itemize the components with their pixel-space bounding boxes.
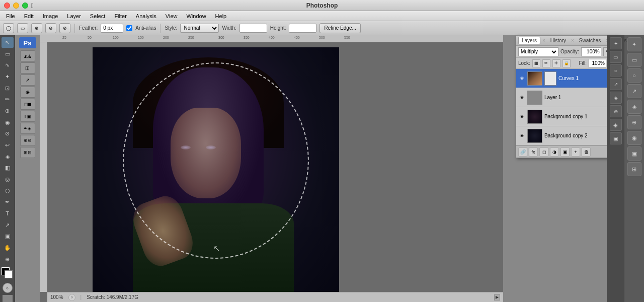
- close-button[interactable]: [4, 3, 10, 9]
- refine-edge-button[interactable]: Refine Edge...: [319, 23, 360, 33]
- panel-tool-8[interactable]: ▣: [610, 132, 622, 144]
- new-layer-btn[interactable]: +: [571, 147, 580, 157]
- eyedropper-btn[interactable]: ✏: [2, 94, 14, 105]
- panel-tool-5[interactable]: ◈: [610, 92, 622, 104]
- layer-fx-btn[interactable]: fx: [529, 147, 538, 157]
- lock-all-btn[interactable]: 🔒: [562, 59, 571, 67]
- fill-input[interactable]: [589, 59, 606, 68]
- screen-mode-btn[interactable]: [3, 295, 13, 302]
- panel-tool-2[interactable]: ▭: [610, 51, 622, 63]
- path-sel-btn[interactable]: ↗: [2, 220, 14, 231]
- crop-btn[interactable]: ⊡: [2, 83, 14, 94]
- eraser-btn[interactable]: ◈: [2, 152, 14, 162]
- adjustment-btn[interactable]: ◑: [550, 147, 559, 157]
- layer-row-bg-copy2[interactable]: 👁 Background copy 2: [516, 126, 618, 145]
- width-input[interactable]: [239, 24, 267, 33]
- menu-edit[interactable]: Edit: [20, 13, 38, 20]
- blur-btn[interactable]: ◎: [2, 174, 14, 185]
- menu-image[interactable]: Image: [39, 13, 62, 20]
- layer-row-curves1[interactable]: 👁 Curves 1: [516, 69, 618, 88]
- panel-tool-4[interactable]: ↗: [610, 78, 622, 90]
- canvas-container[interactable]: ↖: [47, 42, 503, 292]
- layer-eye-bg-copy2[interactable]: 👁: [518, 132, 525, 139]
- menu-window[interactable]: Window: [182, 13, 210, 20]
- menu-help[interactable]: Help: [211, 13, 231, 20]
- ellipse-tool-btn[interactable]: ◯: [3, 23, 14, 33]
- move-tool-btn[interactable]: ↖: [2, 37, 14, 48]
- menu-layer[interactable]: Layer: [63, 13, 85, 20]
- hand-btn[interactable]: ✋: [2, 243, 14, 253]
- dodge-btn[interactable]: ⬡: [2, 186, 14, 196]
- layer-row-layer1[interactable]: 👁 Layer 1: [516, 88, 618, 107]
- tab-swatches[interactable]: Swatches: [576, 37, 604, 44]
- lock-pixels-btn[interactable]: ✏: [542, 59, 550, 67]
- minimize-button[interactable]: [13, 3, 19, 9]
- fr-btn-8[interactable]: ▣: [627, 146, 641, 161]
- lock-transparent-btn[interactable]: ▦: [532, 59, 540, 67]
- fr-btn-6[interactable]: ⊕: [627, 115, 641, 129]
- tool-option-6[interactable]: T▣: [20, 111, 35, 122]
- quick-mask-btn[interactable]: ○: [3, 283, 13, 293]
- tab-layers[interactable]: Layers: [518, 37, 540, 44]
- group-btn[interactable]: ▣: [560, 147, 570, 157]
- panel-tool-6[interactable]: ⊕: [610, 105, 622, 117]
- zoom-btn[interactable]: ⊕: [2, 254, 14, 265]
- link-layers-btn[interactable]: 🔗: [518, 147, 527, 157]
- delete-layer-btn[interactable]: 🗑: [582, 147, 591, 157]
- brush-btn[interactable]: ◉: [2, 117, 14, 128]
- rect-marquee-btn[interactable]: ▭: [17, 23, 28, 33]
- panel-tool-1[interactable]: ✦: [610, 37, 622, 49]
- history-brush-btn[interactable]: ↩: [2, 140, 14, 150]
- menu-analysis[interactable]: Analysis: [132, 13, 160, 20]
- opacity-input[interactable]: [581, 47, 601, 56]
- add-sel-btn[interactable]: ⊕: [31, 23, 42, 33]
- fr-btn-2[interactable]: ▭: [627, 53, 641, 67]
- marquee-tool-btn[interactable]: ▭: [2, 49, 14, 59]
- heal-btn[interactable]: ⊕: [2, 106, 14, 116]
- layer-eye-bg-copy1[interactable]: 👁: [518, 113, 525, 120]
- tool-option-4[interactable]: ◉: [20, 87, 35, 98]
- tool-option-1[interactable]: ◭◮: [20, 50, 35, 61]
- fr-btn-5[interactable]: ◈: [627, 100, 641, 114]
- fr-btn-3[interactable]: ○: [627, 68, 641, 83]
- menu-file[interactable]: File: [2, 13, 19, 20]
- scroll-right-btn[interactable]: ▶: [494, 294, 500, 300]
- zoom-indicator-btn[interactable]: ○: [68, 294, 75, 301]
- maximize-button[interactable]: [22, 3, 28, 9]
- fr-btn-7[interactable]: ◉: [627, 131, 641, 145]
- antialias-checkbox[interactable]: [126, 25, 132, 31]
- lock-position-btn[interactable]: ✛: [552, 59, 560, 67]
- menu-filter[interactable]: Filter: [110, 13, 130, 20]
- tool-option-8[interactable]: ⊕⊖: [20, 135, 35, 146]
- sub-sel-btn[interactable]: ⊖: [45, 23, 56, 33]
- tool-option-7[interactable]: ✒◈: [20, 123, 35, 134]
- fr-btn-4[interactable]: ↗: [627, 84, 641, 98]
- layer-eye-curves1[interactable]: 👁: [518, 75, 525, 82]
- shape-btn[interactable]: ▣: [2, 231, 14, 242]
- tool-option-3[interactable]: ↗: [20, 74, 35, 86]
- text-btn[interactable]: T: [2, 208, 14, 219]
- style-select[interactable]: Normal Fixed Ratio Fixed Size: [180, 24, 219, 33]
- tool-option-2[interactable]: ◫: [20, 62, 35, 73]
- feather-input[interactable]: [101, 24, 123, 33]
- tab-history[interactable]: History: [547, 37, 569, 44]
- gradient-btn[interactable]: ◧: [2, 163, 14, 173]
- fr-btn-9[interactable]: ⊞: [627, 162, 641, 176]
- intersect-sel-btn[interactable]: ⊗: [59, 23, 70, 33]
- add-mask-btn[interactable]: ◻: [539, 147, 548, 157]
- panel-tool-3[interactable]: ○: [610, 64, 622, 77]
- foreground-color[interactable]: [2, 267, 14, 278]
- lasso-tool-btn[interactable]: ∿: [2, 60, 14, 70]
- panel-tool-7[interactable]: ◉: [610, 119, 622, 131]
- height-input[interactable]: [289, 24, 316, 33]
- layer-row-bg-copy1[interactable]: 👁 Background copy 1: [516, 107, 618, 126]
- pen-btn[interactable]: ✒: [2, 197, 14, 207]
- tool-option-9[interactable]: ⊞⊟: [20, 147, 35, 158]
- layer-eye-layer1[interactable]: 👁: [518, 94, 525, 101]
- menu-view[interactable]: View: [162, 13, 182, 20]
- magic-wand-btn[interactable]: ✦: [2, 71, 14, 82]
- tool-option-5[interactable]: ◻◼: [20, 99, 35, 110]
- stamp-btn[interactable]: ⊘: [2, 128, 14, 139]
- menu-select[interactable]: Select: [86, 13, 110, 20]
- blend-mode-select[interactable]: Multiply Normal Screen Overlay: [518, 47, 558, 56]
